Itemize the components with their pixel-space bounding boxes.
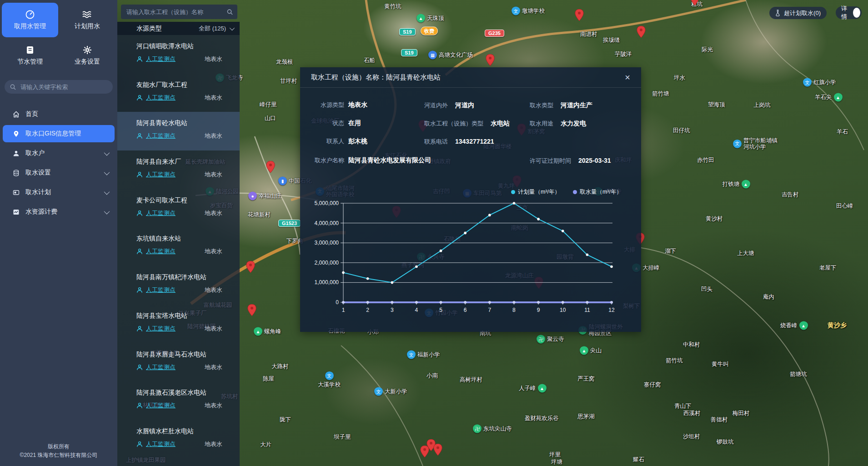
monitor-type-link[interactable]: 人工监测点 (146, 132, 176, 140)
station-list-item[interactable]: 友能水厂取水工程人工监测点地表水 (117, 74, 240, 112)
station-list-item[interactable]: 陆河县南万镇杞洋水电站人工监测点地表水 (117, 266, 240, 305)
map-label-text: 溜下 (665, 247, 676, 255)
monitor-type-link[interactable]: 人工监测点 (146, 440, 176, 448)
map-pin-marker[interactable] (246, 261, 255, 273)
water-source-type: 地表水 (205, 94, 222, 102)
school-icon: 文 (803, 78, 812, 87)
close-icon[interactable]: × (625, 73, 630, 82)
map-label-text: 赤竹田 (697, 156, 714, 164)
chevron-down-icon (104, 150, 110, 155)
map-label: 凹头 (701, 286, 712, 293)
station-list-item[interactable]: 麦卡公司取水工程人工监测点地表水 (117, 189, 240, 228)
map-label: 卍聚云寺 (537, 335, 564, 344)
menu-item-water-users[interactable]: 取水户 (3, 145, 115, 162)
station-list-item[interactable]: 河口镇唱歌潭水电站人工监测点地表水 (117, 35, 240, 74)
map-label-text: 吉告村 (782, 191, 799, 199)
svg-text:7: 7 (488, 307, 491, 313)
monitor-type-link[interactable]: 人工监测点 (146, 55, 176, 63)
map-label: 望海顶 (708, 101, 725, 109)
map-label: 收费 (421, 27, 438, 35)
school-icon: 文 (512, 7, 520, 15)
map-pin-marker[interactable] (266, 161, 275, 173)
legend-item-plan[interactable]: 计划量（m³/年） (511, 188, 560, 196)
map-label-text: 芋陂洋 (615, 50, 632, 58)
station-name: 陆河县自来水厂 (136, 157, 222, 165)
module-water-saving[interactable]: 节水管理 (2, 38, 58, 73)
menu-item-gis-management[interactable]: 取水口GIS信息管理 (3, 125, 115, 142)
map-pin-marker[interactable] (247, 304, 256, 316)
menu-item-water-billing[interactable]: 水资源计费 (3, 203, 115, 220)
station-search-box[interactable] (121, 5, 237, 19)
station-list-item[interactable]: 水唇镇水栏肚水电站人工监测点地表水 (117, 420, 240, 459)
station-list: 河口镇唱歌潭水电站人工监测点地表水友能水厂取水工程人工监测点地表水陆河县青砼水电… (117, 35, 240, 459)
map-pin-marker[interactable] (637, 26, 646, 38)
svg-text:3,000,000: 3,000,000 (315, 240, 339, 246)
monitor-type-link[interactable]: 人工监测点 (146, 401, 176, 410)
station-list-item[interactable]: 陆河县青砼水电站人工监测点地表水 (117, 112, 240, 150)
station-list-item[interactable]: 陆河县自来水厂人工监测点地表水 (117, 150, 240, 189)
legend-item-actual[interactable]: 取水量（m³/年） (573, 188, 622, 196)
map-label-text: 耀石 (633, 456, 644, 464)
map-label-text: 大新小学 (385, 388, 407, 396)
monitor-type-link[interactable]: 人工监测点 (146, 325, 176, 333)
svg-text:4: 4 (415, 307, 418, 313)
menu-label: 取水计划 (25, 188, 51, 196)
chevron-down-icon (104, 169, 110, 175)
station-list-item[interactable]: 陆河县水唇走马石水电站人工监测点地表水 (117, 343, 240, 382)
module-planned-water[interactable]: 计划用水 (59, 3, 115, 37)
station-search-input[interactable] (125, 8, 223, 16)
menu-item-intake-settings[interactable]: 取水设置 (3, 164, 115, 181)
filter-dropdown[interactable]: 全部 (125) (199, 25, 233, 33)
map-label: 思茅湖 (577, 413, 595, 421)
map-pin-marker[interactable] (575, 9, 584, 21)
monitor-type-link[interactable]: 人工监测点 (146, 363, 176, 371)
menu-item-intake-plan[interactable]: 取水计划 (3, 184, 115, 201)
map-label-text: 善德村 (711, 416, 728, 424)
map-label-text: 箭塘坑 (790, 371, 807, 378)
map-label: 嶂仔里 (260, 101, 277, 109)
map-label-text: 陇下 (280, 416, 291, 424)
map-pin-marker[interactable] (433, 444, 442, 456)
map-label: G1523 (278, 220, 301, 227)
map-label: 寨仔窝 (644, 381, 661, 389)
map-label-text: 严王窝 (577, 375, 595, 383)
menu-label: 首页 (25, 110, 38, 118)
map-pin-marker[interactable] (420, 446, 429, 457)
map-label-text: 聚云寺 (547, 336, 564, 343)
menu-item-home[interactable]: 首页 (3, 105, 115, 123)
field-label: 取水类型 (530, 102, 553, 109)
map-label: S19 (399, 28, 416, 35)
school-icon: 文 (374, 387, 383, 396)
over-plan-intake-button[interactable]: 超计划取水(0) (769, 7, 827, 19)
field-label: 河道内外 (424, 102, 448, 109)
map-label: ●幸福山庄 (248, 192, 281, 200)
module-business-settings[interactable]: 业务设置 (59, 38, 115, 73)
sidebar-search-input[interactable] (20, 83, 107, 91)
map-pin-marker[interactable] (690, 0, 699, 5)
station-name: 水唇镇水栏肚水电站 (136, 427, 222, 435)
station-list-item[interactable]: 陆河县激石溪老区水电站人工监测点地表水 (117, 381, 240, 420)
detail-toggle[interactable]: 详情 (836, 6, 862, 19)
legend-label: 取水量（m³/年） (580, 188, 622, 196)
monitor-type-link[interactable]: 人工监测点 (146, 286, 176, 294)
map-label-text: 坝子里 (334, 433, 351, 441)
monitor-type-link[interactable]: 人工监测点 (146, 170, 176, 179)
map-label: 黄沙村 (706, 215, 723, 223)
station-list-item[interactable]: 东坑镇自来水站人工监测点地表水 (117, 227, 240, 266)
station-list-item[interactable]: 陆河县宝塔水电站人工监测点地表水 (117, 305, 240, 343)
monitor-type-link[interactable]: 人工监测点 (146, 209, 176, 217)
monitor-type-link[interactable]: 人工监测点 (146, 94, 176, 102)
map-label-text: 螺角峰 (264, 328, 281, 336)
svg-text:10: 10 (560, 307, 566, 313)
sidebar-search-box[interactable] (5, 80, 113, 94)
module-switcher: 取用水管理 计划用水 节水管理 业务设置 (0, 0, 117, 74)
filter-label: 水源类型 (136, 25, 162, 33)
copyright: 版权所有 ©2021 珠海市仁智科技有限公司 (0, 442, 117, 460)
map-label-text: 河坑小学 (743, 144, 778, 150)
monitor-type-link[interactable]: 人工监测点 (146, 247, 176, 256)
map-pin-marker[interactable] (486, 54, 495, 66)
map-label-text: 望海顶 (708, 101, 725, 109)
map-label: 坪塘 (551, 458, 562, 466)
road-badge: S19 (401, 49, 417, 56)
module-water-intake[interactable]: 取用水管理 (2, 3, 58, 37)
